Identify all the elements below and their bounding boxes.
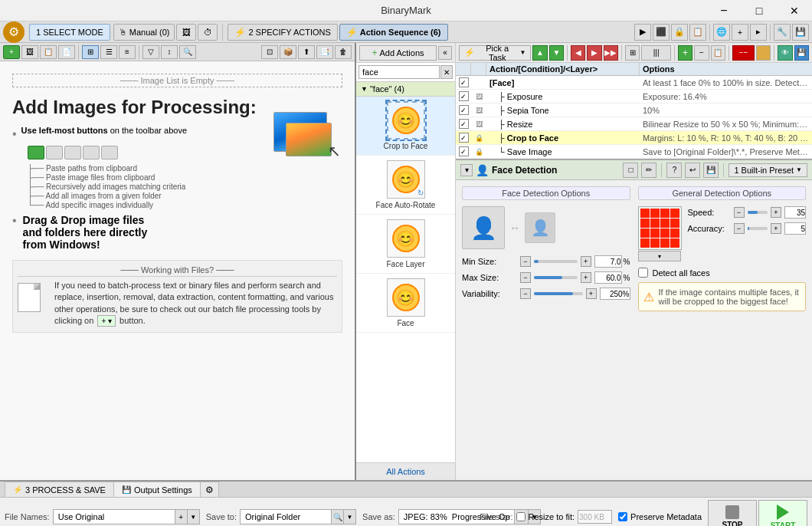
var-plus[interactable]: + bbox=[586, 288, 597, 299]
panel-item-face-layer[interactable]: 😊 Face Layer bbox=[356, 215, 455, 274]
search-btn[interactable]: 🔍 bbox=[179, 45, 196, 59]
left-toolbar-misc1[interactable]: ⊡ bbox=[261, 45, 278, 59]
toolbar-icon-3[interactable]: 🔒 bbox=[671, 24, 688, 41]
table-row[interactable]: ✓ 🖼 ├ Exposure Exposure: 16.4% bbox=[456, 90, 812, 104]
max-plus[interactable]: + bbox=[581, 272, 591, 283]
toolbar-icon-9[interactable]: 💾 bbox=[792, 24, 809, 41]
save-to-input[interactable] bbox=[240, 509, 332, 524]
stop-btn[interactable]: STOP bbox=[708, 500, 757, 526]
nav-down-btn[interactable]: ▼ bbox=[549, 45, 564, 61]
toolbar-icon-7[interactable]: ▸ bbox=[750, 24, 767, 41]
table-row[interactable]: ✓ 🔒 └ Save Image Save to [Original Folde… bbox=[456, 145, 812, 159]
select-mode-btn[interactable]: 1 SELECT MODE bbox=[29, 24, 110, 41]
opts-undo[interactable]: ↩ bbox=[685, 163, 700, 178]
file-names-add[interactable]: + bbox=[175, 509, 188, 524]
nav-fwd-btn[interactable]: ▶ bbox=[587, 45, 601, 61]
eye-btn[interactable]: 👁 bbox=[778, 45, 792, 61]
table-row[interactable]: ✓ 🖼 ├ Resize Bilinear Resize to 50 % x 5… bbox=[456, 117, 812, 131]
red-minus-btn[interactable]: −− bbox=[732, 45, 755, 61]
max-minus[interactable]: − bbox=[520, 272, 531, 283]
panel-item-autorotate[interactable]: 😊 ↻ Face Auto-Rotate bbox=[356, 156, 455, 215]
left-toolbar-misc4[interactable]: 📑 bbox=[316, 45, 333, 59]
nav-back-btn[interactable]: ◀ bbox=[571, 45, 585, 61]
left-toolbar-misc5[interactable]: 🗑 bbox=[335, 45, 352, 59]
grid-dropdown[interactable]: ▾ bbox=[638, 251, 681, 261]
add-green-btn[interactable]: + bbox=[3, 45, 20, 59]
acc-plus[interactable]: + bbox=[771, 223, 781, 234]
detect-all-checkbox[interactable] bbox=[638, 268, 648, 278]
maximize-btn[interactable]: □ bbox=[742, 0, 777, 21]
toolbar-icon-5[interactable]: 🌐 bbox=[713, 24, 730, 41]
save-seq-btn[interactable]: 💾 bbox=[794, 45, 809, 61]
all-actions-btn[interactable]: All Actions bbox=[356, 462, 455, 480]
paste-btn2[interactable]: 📄 bbox=[58, 45, 75, 59]
view-btn[interactable]: 🖼 bbox=[176, 24, 196, 41]
min-plus[interactable]: + bbox=[581, 256, 591, 267]
file-names-drop[interactable]: ▼ bbox=[188, 509, 200, 524]
acc-minus[interactable]: − bbox=[734, 223, 745, 234]
save-to-search[interactable]: 🔍 bbox=[332, 509, 344, 524]
tab-process[interactable]: ⚡ 3 PROCESS & SAVE bbox=[5, 482, 114, 497]
speed-minus[interactable]: − bbox=[734, 207, 745, 218]
toolbar-icon-2[interactable]: ⬛ bbox=[653, 24, 670, 41]
row-color-btn[interactable] bbox=[756, 45, 771, 61]
action-sequence-btn[interactable]: ⚡ Action Sequence (6) bbox=[339, 24, 448, 41]
variability-input[interactable] bbox=[600, 288, 630, 300]
paste-btn1[interactable]: 📋 bbox=[40, 45, 57, 59]
add-row-btn[interactable]: + bbox=[678, 45, 692, 61]
file-names-input[interactable] bbox=[53, 509, 175, 524]
grid-view-btn[interactable]: ⊞ bbox=[82, 45, 99, 59]
collapse-btn[interactable]: « bbox=[438, 46, 452, 60]
view-grid-btn[interactable]: ⊞ bbox=[625, 45, 640, 61]
left-toolbar-misc2[interactable]: 📦 bbox=[280, 45, 296, 59]
min-size-input[interactable] bbox=[594, 255, 622, 268]
speed-plus[interactable]: + bbox=[771, 207, 781, 218]
panel-item-face[interactable]: 😊 Face bbox=[356, 274, 455, 333]
table-row-selected[interactable]: ✓ 🔒 ├ Crop to Face Margins: L: 10 %, R: … bbox=[456, 131, 812, 145]
filter-btn[interactable]: ▽ bbox=[142, 45, 159, 59]
nav-up-btn[interactable]: ▲ bbox=[532, 45, 547, 61]
opts-save[interactable]: 💾 bbox=[703, 163, 719, 178]
resize-to-fit-check[interactable] bbox=[516, 512, 526, 521]
search-input[interactable] bbox=[359, 65, 440, 79]
toolbar-icon-6[interactable]: + bbox=[732, 24, 748, 41]
resize-value[interactable] bbox=[578, 510, 612, 524]
remove-row-btn[interactable]: − bbox=[694, 45, 709, 61]
var-minus[interactable]: − bbox=[520, 288, 531, 299]
speed-input[interactable] bbox=[784, 206, 806, 219]
accuracy-input[interactable] bbox=[784, 222, 806, 235]
max-size-input[interactable] bbox=[594, 271, 622, 284]
search-clear-btn[interactable]: ✕ bbox=[440, 65, 453, 79]
table-row[interactable]: ✓ 🖼 ├ Sepia Tone 10% bbox=[456, 104, 812, 117]
tab-settings-gear[interactable]: ⚙ bbox=[201, 482, 219, 497]
preset-btn[interactable]: 1 Built-in Preset ▼ bbox=[729, 163, 807, 177]
detail-view-btn[interactable]: ≡ bbox=[119, 45, 136, 59]
list-view-btn[interactable]: ☰ bbox=[100, 45, 117, 59]
copy-row-btn[interactable]: 📋 bbox=[711, 45, 725, 61]
toolbar-icon-4[interactable]: 📋 bbox=[689, 24, 706, 41]
nav-fwd2-btn[interactable]: ▶▶ bbox=[604, 45, 618, 61]
add-actions-btn[interactable]: + Add Actions bbox=[359, 45, 437, 61]
left-toolbar-misc3[interactable]: ⬆ bbox=[298, 45, 315, 59]
view-columns-btn[interactable]: ||| bbox=[641, 45, 671, 61]
specify-actions-btn[interactable]: ⚡ 2 SPECIFY ACTIONS bbox=[228, 24, 337, 41]
opts-icon2[interactable]: ✏ bbox=[641, 163, 656, 178]
start-btn[interactable]: START bbox=[758, 500, 807, 526]
options-expand-btn[interactable]: ▾ bbox=[460, 164, 473, 176]
settings-btn[interactable]: ⏱ bbox=[198, 24, 218, 41]
opts-icon1[interactable]: □ bbox=[623, 163, 638, 178]
plus-button[interactable]: + ▾ bbox=[97, 315, 116, 327]
toolbar-icon-8[interactable]: 🔧 bbox=[774, 24, 791, 41]
table-row[interactable]: ✓ [Face] At least 1 face 0% to 100% in s… bbox=[456, 76, 812, 90]
add-img-btn[interactable]: 🖼 bbox=[21, 45, 38, 59]
opts-help[interactable]: ? bbox=[666, 163, 682, 178]
tab-output-settings[interactable]: 💾 Output Settings bbox=[114, 482, 201, 497]
preserve-meta-check[interactable] bbox=[618, 512, 627, 521]
toolbar-icon-1[interactable]: ▶ bbox=[634, 24, 651, 41]
manual-btn[interactable]: 🖱 Manual (0) bbox=[113, 24, 175, 41]
close-btn[interactable]: ✕ bbox=[777, 0, 812, 21]
min-minus[interactable]: − bbox=[520, 256, 531, 267]
minimize-btn[interactable]: − bbox=[706, 0, 742, 21]
group-header[interactable]: ▼ "face" (4) bbox=[356, 82, 455, 97]
panel-item-crop[interactable]: 😊 Crop to Face bbox=[356, 97, 455, 156]
